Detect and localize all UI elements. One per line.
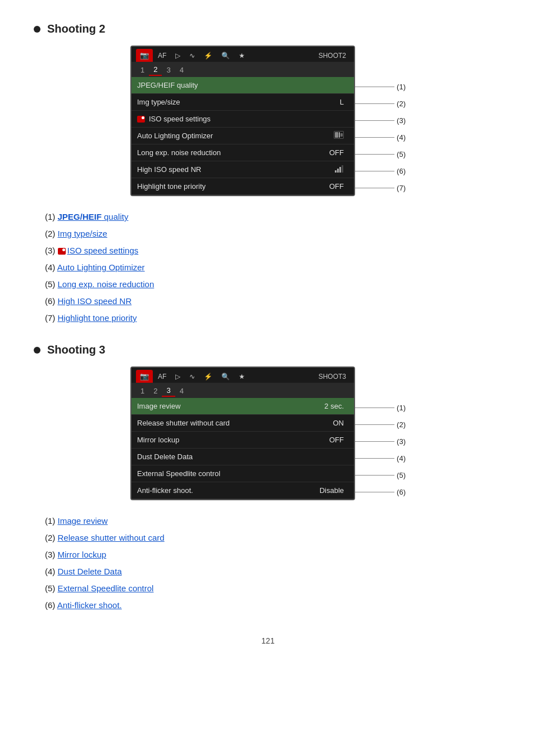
line-7: (7)	[355, 179, 406, 196]
line-num-2: (2)	[397, 99, 406, 108]
list-item-s2-7: (7) Highlight tone priority	[45, 310, 502, 327]
camera-screen-3: 📷 AF ▷ ∿ ⚡ 🔍 ★ SHOOT3 1 2 3 4	[130, 366, 355, 500]
cam-reference-lines-2: (1) (2) (3) (4) (5)	[355, 78, 406, 196]
cam-menu-row-3: ISO speed settings	[131, 111, 354, 128]
cam-menu-row-4-label: Auto Lighting Optimizer	[137, 132, 334, 140]
cam-menu-row-2: Img type/size L	[131, 94, 354, 111]
cam-tab3-num-3: 3	[162, 385, 175, 397]
line-num-6: (6)	[397, 167, 406, 175]
section-shooting3: Shooting 3 📷 AF ▷ ∿ ⚡ 🔍 ★ SHOOT3 1	[34, 343, 502, 614]
line3-6: (6)	[355, 483, 406, 500]
link-image-review[interactable]: Image review	[58, 516, 108, 526]
line3-4: (4)	[355, 450, 406, 467]
line3-5: (5)	[355, 467, 406, 483]
cam-shoot-label-2: SHOOT2	[319, 52, 349, 60]
line-hr-5	[355, 154, 394, 155]
camera-screen-area-3: 📷 AF ▷ ∿ ⚡ 🔍 ★ SHOOT3 1 2 3 4	[130, 366, 406, 500]
list-item-s3-4: (4) Dust Delete Data	[45, 563, 502, 580]
cam-menu-row-4: Auto Lighting Optimizer	[131, 128, 354, 144]
line-num3-3: (3)	[397, 437, 406, 446]
line-num3-1: (1)	[397, 404, 406, 412]
shooting2-list: (1) JPEG/HEIF quality (2) Img type/size …	[45, 209, 502, 327]
line-num-4: (4)	[397, 133, 406, 142]
cam-menu-row-4-value	[334, 131, 344, 141]
cam-icon-search: 🔍	[217, 49, 234, 62]
cam-menu-row-6: High ISO speed NR	[131, 161, 354, 178]
cam-menu3-row-6-label: Anti-flicker shoot.	[137, 486, 320, 495]
line-num3-2: (2)	[397, 420, 406, 429]
cam-menu3-row-4-label: Dust Delete Data	[137, 452, 344, 461]
cam-icon-wave: ∿	[185, 49, 199, 62]
cam-menu3-row-5: External Speedlite control	[131, 465, 354, 482]
line-1: (1)	[355, 78, 406, 95]
line-hr3-3	[355, 441, 394, 442]
cam-reference-lines-3: (1) (2) (3) (4) (5)	[355, 399, 406, 500]
al-optimizer-icon	[334, 131, 344, 139]
link-external-speedlite[interactable]: External Speedlite control	[58, 583, 154, 593]
svg-rect-8	[342, 165, 343, 173]
cam-icon-play-3: ▷	[171, 370, 184, 383]
cam-menu-row-5-value: OFF	[329, 148, 344, 157]
line3-2: (2)	[355, 416, 406, 433]
link-auto-lighting[interactable]: Auto Lighting Optimizer	[57, 262, 145, 272]
cam-menu-3: Image review 2 sec. Release shutter with…	[131, 398, 354, 499]
cam-icon-camera: 📷	[136, 49, 153, 62]
line-num-1: (1)	[397, 83, 406, 91]
camera-screen-wrapper-3: 📷 AF ▷ ∿ ⚡ 🔍 ★ SHOOT3 1 2 3 4	[34, 366, 502, 500]
cam-menu3-row-2: Release shutter without card ON	[131, 415, 354, 432]
list-item-s2-6: (6) High ISO speed NR	[45, 293, 502, 310]
cam-icon-star: ★	[235, 49, 249, 62]
cam-menu3-row-3-value: OFF	[329, 436, 344, 444]
page-number: 121	[34, 636, 502, 645]
list-item-s2-3: (3) ISO speed settings	[45, 242, 502, 259]
line-num3-5: (5)	[397, 471, 406, 479]
cam-menu3-row-1-label: Image review	[137, 402, 324, 410]
link-highlight-tone[interactable]: Highlight tone priority	[58, 313, 137, 323]
section-shooting2: Shooting 2 📷 AF ▷ ∿ ⚡ 🔍 ★ SHOOT2 1	[34, 22, 502, 327]
cam-menu3-row-6: Anti-flicker shoot. Disable	[131, 482, 354, 499]
line-hr3-2	[355, 424, 394, 425]
cam-icon-af-3: AF	[154, 370, 170, 383]
list-item-s2-4: (4) Auto Lighting Optimizer	[45, 259, 502, 276]
cam-menu3-row-4: Dust Delete Data	[131, 449, 354, 465]
shooting3-list: (1) Image review (2) Release shutter wit…	[45, 513, 502, 614]
svg-rect-2	[335, 132, 338, 138]
cam-icon-camera-3: 📷	[136, 370, 153, 383]
link-release-shutter[interactable]: Release shutter without card	[58, 533, 165, 542]
cam-menu-row-2-label: Img type/size	[137, 98, 340, 106]
line-hr-6	[355, 171, 394, 171]
link-jpeg-heif[interactable]: JPEG/HEIF quality	[58, 212, 129, 221]
line-hr3-6	[355, 492, 394, 492]
link-anti-flicker[interactable]: Anti-flicker shoot.	[57, 600, 122, 610]
cam-menu-row-6-value	[335, 165, 344, 174]
cam-menu-row-2-value: L	[340, 98, 344, 106]
link-mirror-lockup[interactable]: Mirror lockup	[58, 550, 107, 559]
list-item-s3-3: (3) Mirror lockup	[45, 546, 502, 563]
cam-tab-icons-2: 📷 AF ▷ ∿ ⚡ 🔍 ★ SHOOT2	[131, 47, 354, 62]
section-bullet	[34, 26, 40, 33]
cam-tab3-num-2: 2	[149, 386, 162, 396]
link-dust-delete[interactable]: Dust Delete Data	[58, 567, 122, 576]
section-heading-shooting3: Shooting 3	[34, 343, 502, 356]
cam-icon-search-3: 🔍	[217, 370, 234, 383]
line-num3-6: (6)	[397, 488, 406, 496]
cam-menu-row-5: Long exp. noise reduction OFF	[131, 144, 354, 161]
link-long-exp[interactable]: Long exp. noise reduction	[58, 279, 155, 289]
cam-icon-flash: ⚡	[200, 49, 216, 62]
line-hr-1	[355, 87, 394, 87]
nr-level-icon	[335, 165, 344, 173]
line3-1: (1)	[355, 399, 406, 416]
cam-icon-af: AF	[154, 49, 170, 62]
cam-icon-flash-3: ⚡	[200, 370, 216, 383]
line-num-5: (5)	[397, 150, 406, 159]
link-iso-speed[interactable]: ISO speed settings	[67, 246, 139, 255]
cam-menu-row-7: Highlight tone priority OFF	[131, 178, 354, 195]
line-hr3-1	[355, 408, 394, 408]
line-2: (2)	[355, 95, 406, 112]
cam-menu3-row-5-label: External Speedlite control	[137, 469, 344, 478]
link-img-type-size[interactable]: Img type/size	[58, 229, 107, 238]
line-hr-4	[355, 137, 394, 138]
cam-tab3-num-4: 4	[175, 386, 188, 396]
link-high-iso[interactable]: High ISO speed NR	[58, 296, 132, 306]
line-hr3-4	[355, 458, 394, 459]
